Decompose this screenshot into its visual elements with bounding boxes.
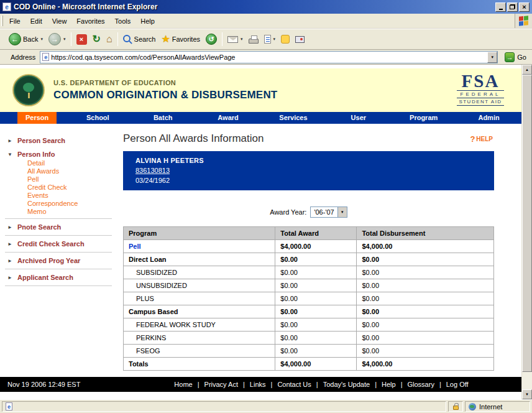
go-button[interactable]: → Go bbox=[501, 52, 530, 62]
sidebar-subitem-pell[interactable]: Pell bbox=[27, 175, 118, 183]
edit-button[interactable]: ▾ bbox=[262, 30, 278, 48]
cell-total-award: $0.00 bbox=[275, 332, 357, 345]
menu-file[interactable]: File bbox=[4, 14, 25, 28]
security-panel bbox=[448, 401, 463, 412]
cell-total-award: $0.00 bbox=[275, 253, 357, 266]
sidebar-subitem-memo[interactable]: Memo bbox=[27, 208, 118, 216]
globe-icon bbox=[469, 403, 476, 411]
cell-total-award: $0.00 bbox=[275, 292, 357, 305]
address-dropdown-icon[interactable]: ▾ bbox=[487, 52, 497, 63]
menu-view[interactable]: View bbox=[47, 14, 72, 28]
discuss-button[interactable] bbox=[293, 30, 307, 48]
history-button[interactable]: ↺ bbox=[203, 30, 219, 48]
tab-batch[interactable]: Batch bbox=[131, 112, 196, 124]
sidebar-subitem-all-awards[interactable]: All Awards bbox=[27, 167, 118, 175]
mail-dropdown-icon[interactable]: ▾ bbox=[241, 37, 243, 42]
favorites-button[interactable]: ★ Favorites bbox=[158, 30, 203, 48]
footer-link-glossary[interactable]: Glossary bbox=[407, 381, 434, 388]
messenger-button[interactable] bbox=[278, 30, 292, 48]
person-name: ALVINA H PEETERS bbox=[135, 157, 488, 164]
footer-link-help[interactable]: Help bbox=[382, 381, 396, 388]
footer-link-contact-us[interactable]: Contact Us bbox=[277, 381, 311, 388]
cell-total-disbursement: $0.00 bbox=[357, 266, 494, 279]
footer-separator: | bbox=[271, 381, 273, 388]
address-field[interactable]: ▾ bbox=[40, 51, 498, 63]
sidebar-item-pnote-search[interactable]: ► Pnote Search bbox=[0, 220, 118, 234]
refresh-button[interactable]: ↻ bbox=[90, 30, 103, 48]
minimize-button[interactable] bbox=[495, 2, 506, 12]
tab-school[interactable]: School bbox=[65, 112, 131, 124]
search-icon bbox=[123, 35, 132, 44]
cell-program: Direct Loan bbox=[124, 253, 275, 266]
pell-link[interactable]: Pell bbox=[129, 243, 141, 250]
sidebar: ► Person Search ▼ Person Info Detail All… bbox=[0, 124, 118, 287]
scrollbar-thumb[interactable] bbox=[522, 75, 532, 372]
tab-program[interactable]: Program bbox=[391, 112, 456, 124]
sidebar-divider bbox=[5, 252, 112, 253]
forward-dropdown-icon[interactable]: ▾ bbox=[63, 37, 66, 42]
scroll-down-button[interactable]: ▼ bbox=[522, 389, 532, 399]
help-icon: ? bbox=[470, 134, 475, 144]
back-dropdown-icon[interactable]: ▾ bbox=[40, 37, 43, 42]
home-button[interactable]: ⌂ bbox=[104, 30, 115, 48]
footer-link-home[interactable]: Home bbox=[174, 381, 192, 388]
search-button[interactable]: Search bbox=[121, 30, 158, 48]
tab-user[interactable]: User bbox=[326, 112, 391, 124]
sidebar-subitem-credit-check[interactable]: Credit Check bbox=[27, 183, 118, 192]
sidebar-subitem-correspondence[interactable]: Correspondence bbox=[27, 200, 118, 208]
forward-button[interactable]: → ▾ bbox=[46, 30, 68, 48]
cell-total-disbursement: $0.00 bbox=[357, 332, 494, 345]
cell-total-award: $0.00 bbox=[275, 279, 357, 292]
footer-link-links[interactable]: Links bbox=[250, 381, 266, 388]
sidebar-subitem-events[interactable]: Events bbox=[27, 192, 118, 200]
footer-link-privacy-act[interactable]: Privacy Act bbox=[204, 381, 238, 388]
back-button[interactable]: ← Back ▾ bbox=[6, 30, 45, 48]
person-summary-box: ALVINA H PEETERS 836130813 03/24/1962 bbox=[123, 151, 494, 190]
collapsed-arrow-icon: ► bbox=[7, 138, 13, 144]
scroll-up-button[interactable]: ▲ bbox=[522, 65, 532, 75]
expanded-arrow-icon: ▼ bbox=[7, 152, 13, 157]
close-button[interactable]: × bbox=[519, 2, 530, 12]
status-bar: Internet bbox=[0, 399, 532, 413]
print-button[interactable] bbox=[246, 30, 261, 48]
collapsed-arrow-icon: ► bbox=[7, 241, 13, 247]
stop-button[interactable]: × bbox=[74, 30, 89, 48]
edit-dropdown-icon[interactable]: ▾ bbox=[273, 37, 276, 42]
tab-person[interactable]: Person bbox=[0, 112, 65, 124]
award-year-select[interactable]: '06-'07 ▼ bbox=[310, 206, 347, 218]
toolbar-separator bbox=[222, 32, 222, 46]
cell-program: SUBSIDIZED bbox=[124, 266, 275, 279]
col-header-program: Program bbox=[124, 227, 275, 240]
tab-admin[interactable]: Admin bbox=[456, 112, 521, 124]
cell-total-award: $0.00 bbox=[275, 345, 357, 358]
person-id-link[interactable]: 836130813 bbox=[135, 167, 170, 174]
restore-button[interactable] bbox=[507, 2, 518, 12]
timestamp: Nov 19 2006 12:49 EST bbox=[0, 381, 134, 388]
sidebar-item-applicant-search[interactable]: ► Applicant Search bbox=[0, 271, 118, 284]
mail-button[interactable]: ▾ bbox=[225, 30, 245, 48]
sidebar-item-credit-check-search[interactable]: ► Credit Check Search bbox=[0, 237, 118, 251]
sidebar-item-person-search[interactable]: ► Person Search bbox=[0, 134, 118, 147]
footer-link-todays-update[interactable]: Today's Update bbox=[323, 381, 370, 388]
cell-total-award: $0.00 bbox=[275, 305, 357, 318]
vertical-scrollbar[interactable]: ▲ ▼ bbox=[521, 65, 532, 399]
menu-edit[interactable]: Edit bbox=[25, 14, 47, 28]
tab-award[interactable]: Award bbox=[196, 112, 261, 124]
toolbar-grip[interactable] bbox=[1, 16, 3, 26]
table-row: SUBSIDIZED $0.00 $0.00 bbox=[124, 266, 494, 279]
scrollbar-track[interactable] bbox=[522, 372, 532, 389]
cell-total-disbursement: $0.00 bbox=[357, 253, 494, 266]
address-input[interactable] bbox=[49, 53, 487, 61]
menu-help[interactable]: Help bbox=[135, 14, 160, 28]
table-row: Campus Based $0.00 $0.00 bbox=[124, 305, 494, 318]
menu-favorites[interactable]: Favorites bbox=[71, 14, 109, 28]
help-link[interactable]: ? HELP bbox=[470, 134, 493, 144]
footer-link-log-off[interactable]: Log Off bbox=[446, 381, 469, 388]
sidebar-divider bbox=[5, 269, 112, 269]
footer-separator: | bbox=[198, 381, 200, 388]
sidebar-item-archived-prog-year[interactable]: ► Archived Prog Year bbox=[0, 254, 118, 267]
menu-tools[interactable]: Tools bbox=[110, 14, 136, 28]
tab-services[interactable]: Services bbox=[261, 112, 326, 124]
sidebar-subitem-detail[interactable]: Detail bbox=[27, 159, 118, 167]
standard-buttons-toolbar: ← Back ▾ → ▾ × ↻ ⌂ Search ★ Favorites ↺ … bbox=[0, 29, 532, 50]
